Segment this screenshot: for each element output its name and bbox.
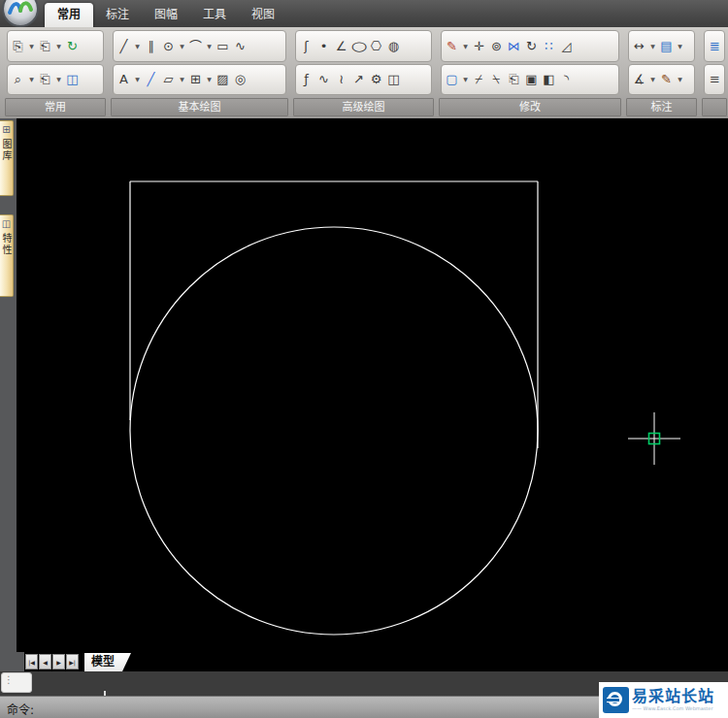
app-logo-icon[interactable] (1, 0, 40, 28)
break-line-button[interactable]: ≀ (333, 69, 349, 90)
copy-dropdown-arrow-icon[interactable]: ▼ (27, 35, 36, 56)
prev-sheet-button[interactable]: ◀ (39, 654, 51, 669)
linear-dimension-button[interactable]: ↔ (631, 35, 647, 56)
panel-label (702, 98, 727, 116)
command-prompt-text: 命令: (7, 701, 34, 717)
circle-dropdown-arrow-icon[interactable]: ▼ (178, 35, 186, 56)
slot-dropdown-arrow-icon[interactable]: ▼ (178, 69, 186, 90)
text-button[interactable]: A (116, 69, 132, 90)
chamfer-button[interactable]: ▣ (523, 69, 540, 90)
gear-button[interactable]: ⚙ (368, 69, 384, 90)
centerline-button[interactable]: ╱ (143, 69, 159, 90)
side-tab-label: 图库 (0, 139, 14, 162)
toolbar-strip: ≣ (704, 30, 725, 62)
stretch-dropdown-arrow-icon[interactable]: ▼ (461, 69, 470, 90)
paste-special-button[interactable]: ⎗ (37, 69, 53, 90)
ellipse-button[interactable]: ○ (350, 35, 367, 56)
display-settings-button[interactable]: ◫ (64, 69, 81, 90)
coordinate-dimension-button[interactable]: ∡ (631, 69, 647, 90)
rotate-icon: ↻ (526, 40, 537, 52)
arc-dropdown-arrow-icon[interactable]: ▼ (205, 35, 214, 56)
zoom-button[interactable]: ⌕ (10, 69, 26, 90)
library-icon: ⊞ (2, 124, 10, 136)
fillet-button[interactable]: ◝ (558, 69, 575, 90)
erase-icon: ✎ (447, 40, 457, 52)
drawing-check-button[interactable]: ≣ (707, 35, 723, 56)
dimension-edit-dropdown-arrow-icon[interactable]: ▼ (676, 69, 684, 90)
rectangle-button[interactable]: ▭ (215, 35, 231, 56)
gear-icon: ⚙ (371, 73, 382, 85)
first-sheet-button[interactable]: |◀ (25, 654, 38, 669)
ribbon-tab-工具[interactable]: 工具 (190, 3, 239, 27)
rotate-3d-button[interactable]: ◧ (541, 69, 557, 90)
block-dropdown-arrow-icon[interactable]: ▼ (205, 69, 214, 90)
point-button[interactable]: • (315, 35, 332, 56)
spline-button[interactable]: ∿ (232, 35, 248, 56)
erase-button[interactable]: ✎ (444, 35, 460, 56)
parallel-line-button[interactable]: ∥ (143, 35, 159, 56)
slot-button[interactable]: ▱ (160, 69, 177, 90)
mirror-icon: ⋈ (508, 40, 520, 52)
dimension-style-button[interactable]: ▤ (658, 35, 675, 56)
paste-button[interactable]: ⎗ (37, 35, 53, 56)
paste-dropdown-arrow-icon[interactable]: ▼ (54, 35, 63, 56)
shaft-button[interactable]: ◫ (385, 69, 402, 90)
circle-tangent-button[interactable]: ◍ (385, 35, 402, 56)
trim-button[interactable]: ⌿ (471, 69, 487, 90)
zoom-dropdown-arrow-icon[interactable]: ▼ (27, 69, 36, 90)
circle-button[interactable]: ⊙ (160, 35, 177, 56)
refresh-button[interactable]: ↻ (64, 35, 81, 56)
hatch-button[interactable]: ▨ (215, 69, 231, 90)
ribbon-tab-图幅[interactable]: 图幅 (142, 3, 190, 27)
last-sheet-button[interactable]: ▶| (66, 654, 79, 669)
command-bar-grip[interactable]: ⋮ (1, 672, 32, 693)
copy-button[interactable]: ⎘ (10, 35, 26, 56)
copy-object-button[interactable]: ⊚ (488, 35, 505, 56)
formula-curve-button[interactable]: ƒ (298, 69, 314, 90)
centerline-icon: ╱ (148, 73, 155, 85)
drawing-canvas[interactable] (17, 118, 728, 652)
sheet-tab-model[interactable]: 模型 (84, 653, 131, 671)
ribbon-panel-标注: ↔▼▤▼∡▼✎▼标注 (625, 29, 698, 116)
stretch-icon: ▢ (446, 73, 457, 85)
slot-icon: ▱ (164, 73, 174, 85)
curve-icon: ʃ (304, 40, 308, 52)
extend-button[interactable]: ⍀ (488, 69, 505, 90)
menu-button[interactable]: ≡ (707, 69, 723, 90)
label-button[interactable]: ◎ (232, 69, 248, 90)
arc-button[interactable]: ⌒ (187, 35, 204, 56)
coordinate-dimension-dropdown-arrow-icon[interactable]: ▼ (648, 69, 657, 90)
axis-icon: ∠ (336, 40, 347, 52)
stretch-button[interactable]: ▢ (444, 69, 460, 90)
ribbon: ⎘▼⎗▼↻⌕▼⎗▼◫常用╱▼∥⊙▼⌒▼▭∿A▼╱▱▼⊞▼▨◎基本绘图ʃ•∠○⎔◍… (0, 27, 728, 118)
ribbon-tab-视图[interactable]: 视图 (239, 3, 287, 27)
line-button[interactable]: ╱ (116, 35, 132, 56)
wave-line-button[interactable]: ∿ (315, 69, 332, 90)
curve-button[interactable]: ʃ (298, 35, 314, 56)
line-dropdown-arrow-icon[interactable]: ▼ (133, 35, 142, 56)
paste-icon: ⎗ (40, 40, 50, 52)
array-button[interactable]: ∷ (541, 35, 557, 56)
dimension-style-dropdown-arrow-icon[interactable]: ▼ (676, 35, 684, 56)
erase-dropdown-arrow-icon[interactable]: ▼ (461, 35, 470, 56)
scale-button[interactable]: ◿ (558, 35, 575, 56)
text-dropdown-arrow-icon[interactable]: ▼ (133, 69, 142, 90)
ribbon-tab-常用[interactable]: 常用 (45, 3, 93, 27)
dimension-edit-button[interactable]: ✎ (658, 69, 675, 90)
block-button[interactable]: ⊞ (187, 69, 204, 90)
arrow-button[interactable]: ↗ (350, 69, 367, 90)
paste-special-dropdown-arrow-icon[interactable]: ▼ (54, 69, 63, 90)
mirror-button[interactable]: ⋈ (506, 35, 522, 56)
rotate-button[interactable]: ↻ (523, 35, 540, 56)
move-button[interactable]: ✛ (471, 35, 487, 56)
axis-button[interactable]: ∠ (333, 35, 349, 56)
ribbon-tab-标注[interactable]: 标注 (93, 3, 142, 27)
side-tab-图库[interactable]: ⊞图库 (0, 120, 14, 196)
offset-button[interactable]: ⎗ (506, 69, 522, 90)
linear-dimension-dropdown-arrow-icon[interactable]: ▼ (648, 35, 657, 56)
ribbon-panel-基本绘图: ╱▼∥⊙▼⌒▼▭∿A▼╱▱▼⊞▼▨◎基本绘图 (110, 29, 289, 116)
side-tab-特性[interactable]: ◫特性 (0, 214, 14, 297)
polygon-button[interactable]: ⎔ (368, 35, 384, 56)
next-sheet-button[interactable]: ▶ (52, 654, 65, 669)
point-icon: • (320, 40, 328, 52)
